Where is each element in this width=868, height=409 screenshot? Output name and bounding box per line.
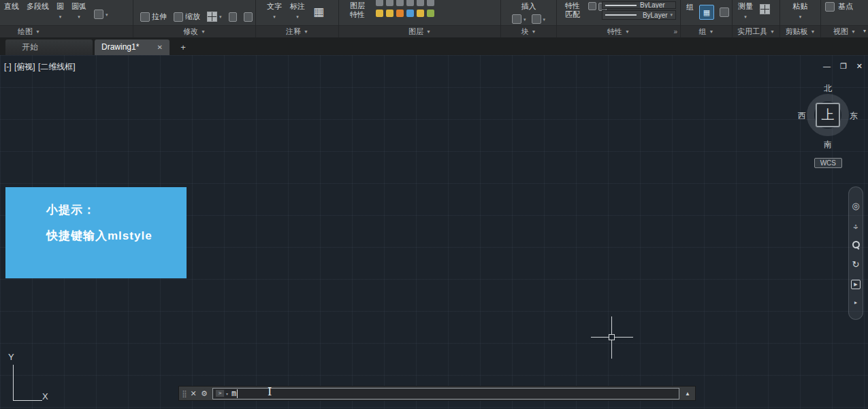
circle-tool-button[interactable]: 圆▾ — [57, 1, 64, 25]
navigation-wheel-icon[interactable]: ◎ — [852, 201, 859, 211]
chevron-down-icon[interactable]: ▾ — [780, 14, 820, 20]
scale-tool-button[interactable]: 缩放 — [174, 12, 200, 22]
restore-icon[interactable]: ❐ — [840, 62, 847, 71]
panel-title-view[interactable]: 视图▼ — [821, 25, 868, 37]
paste-tool-button[interactable]: 粘贴 ▾ — [780, 1, 820, 20]
layer-state-icon[interactable] — [396, 0, 404, 6]
layer-match-icon[interactable] — [427, 10, 434, 17]
layer-thaw-icon[interactable] — [386, 10, 393, 17]
viewcube-top-face[interactable]: 上 — [816, 103, 840, 127]
ribbon-collapse-icon[interactable]: ▾ — [863, 28, 866, 34]
layer-state-icon[interactable] — [406, 0, 414, 6]
chevron-down-icon[interactable]: ▾ — [267, 14, 282, 20]
stretch-tool-button[interactable]: 拉伸 — [140, 12, 167, 22]
ribbon-panel-properties: 特性 匹配 ByLayer ByLayer ▾ — [557, 0, 681, 37]
panel-title-draw[interactable]: 绘图▼ — [0, 25, 133, 37]
match-properties-button[interactable]: 特性 匹配 — [561, 1, 584, 25]
text-tool-button[interactable]: 文字▾ — [267, 1, 282, 25]
viewcube-south[interactable]: 南 — [799, 139, 856, 150]
table-tool-button[interactable]: ▦ — [313, 1, 324, 25]
navbar-more-icon[interactable]: ▸ — [854, 299, 857, 306]
layer-state-icon[interactable] — [417, 0, 424, 6]
tool-label: 组 — [686, 3, 694, 11]
viewcube-east[interactable]: 东 — [850, 110, 858, 122]
showmotion-icon[interactable]: ▶ — [851, 280, 861, 289]
erase-tool-icon[interactable] — [229, 12, 238, 22]
edit-block-button[interactable]: ▾ — [532, 14, 546, 24]
crosshair-pickbox — [609, 334, 615, 340]
zoom-icon[interactable] — [852, 241, 860, 249]
close-tab-icon[interactable]: ✕ — [157, 39, 163, 55]
viewcube-north[interactable]: 北 — [799, 83, 856, 95]
pan-arrow-v: ↕ — [851, 221, 861, 231]
layer-state-icon[interactable] — [427, 0, 434, 6]
draw-tools: 直线 多段线 圆▾ 圆弧▾ ▾ — [0, 0, 133, 25]
panel-title-modify[interactable]: 修改▼ — [133, 25, 255, 37]
chevron-down-icon[interactable]: ▾ — [290, 14, 305, 20]
polyline-tool-button[interactable]: 多段线 — [27, 1, 49, 25]
line-tool-button[interactable]: 直线 — [4, 1, 19, 25]
color-icon[interactable] — [588, 2, 596, 10]
viewport-visual-style-control[interactable]: [二维线框] — [38, 62, 76, 71]
orbit-icon[interactable]: ↻ — [852, 259, 860, 269]
chevron-down-icon[interactable]: ▾ — [219, 14, 222, 20]
chevron-down-icon[interactable]: ▾ — [57, 14, 64, 20]
explode-tool-icon[interactable] — [244, 12, 253, 22]
insert-tool-button[interactable]: 插入 — [501, 1, 556, 12]
command-grip-handle[interactable]: ⣿ — [181, 390, 188, 397]
measure-tool-button[interactable]: 测量▾ — [738, 1, 753, 25]
drawing-canvas[interactable]: [-] [俯视] [二维线框] — ❐ ✕ 北 西 上 东 南 WCS ◎ ↔ … — [0, 55, 868, 409]
wcs-dropdown[interactable]: WCS — [814, 158, 842, 168]
chevron-down-icon[interactable]: ▾ — [738, 14, 753, 20]
group-selected-button[interactable]: ▦ — [699, 5, 714, 20]
dimension-tool-button[interactable]: 标注▾ — [290, 1, 305, 25]
tool-label: 粘贴 — [780, 1, 820, 12]
layer-state-icon[interactable] — [386, 0, 393, 6]
layer-properties-button[interactable]: 图层 特性 — [344, 1, 370, 25]
arc-tool-button[interactable]: 圆弧▾ — [71, 1, 86, 25]
group-tool-button[interactable]: 组 — [686, 1, 694, 12]
viewport-view-control[interactable]: [俯视] — [14, 62, 35, 71]
panel-expander-icon[interactable]: » — [673, 28, 677, 35]
layer-lock-icon[interactable] — [396, 10, 404, 17]
panel-title-properties[interactable]: 特性▼ » — [557, 25, 680, 37]
linetype-dropdown[interactable]: ByLayer — [602, 1, 676, 9]
color-dropdown[interactable]: ByLayer ▾ — [602, 10, 676, 20]
create-block-button[interactable]: ▾ — [512, 14, 526, 24]
pan-icon[interactable]: ↔ ↕ — [851, 221, 861, 231]
panel-title-utilities[interactable]: 实用工具▼ — [733, 25, 779, 37]
layer-state-icon[interactable] — [376, 0, 383, 6]
tool-label: 直线 — [4, 1, 19, 12]
chevron-down-icon[interactable]: ▾ — [226, 391, 228, 396]
panel-title-group[interactable]: 组▼ — [681, 25, 732, 37]
panel-label: 注释 — [286, 27, 301, 37]
chevron-down-icon[interactable]: ▾ — [106, 12, 108, 17]
base-point-button[interactable]: 基点 — [838, 1, 853, 12]
minimize-icon[interactable]: — — [823, 62, 831, 71]
tab-start[interactable]: 开始 — [5, 39, 93, 55]
viewport-minimize-control[interactable]: [-] — [4, 62, 12, 71]
layer-on-icon[interactable] — [376, 10, 383, 17]
new-tab-button[interactable]: + — [178, 42, 189, 53]
panel-title-layers[interactable]: 图层▼ — [339, 25, 500, 37]
layer-isolate-icon[interactable] — [417, 10, 424, 17]
command-close-icon[interactable]: ✕ — [188, 389, 199, 398]
hatch-tool-button[interactable]: ▾ — [94, 1, 108, 25]
array-tool-button[interactable]: ▾ — [207, 12, 222, 22]
panel-label: 特性 — [607, 27, 622, 37]
tool-label: 圆 — [57, 1, 64, 12]
panel-title-annotation[interactable]: 注释▼ — [256, 25, 338, 37]
chevron-down-icon: ▾ — [524, 17, 526, 22]
layer-freeze-icon[interactable] — [406, 10, 414, 17]
close-icon[interactable]: ✕ — [856, 62, 863, 71]
ungroup-icon[interactable] — [720, 7, 729, 17]
command-input[interactable]: > ▾ m — [212, 388, 679, 399]
chevron-down-icon[interactable]: ▾ — [71, 14, 86, 20]
viewcube-west[interactable]: 西 — [798, 110, 806, 122]
customize-wrench-icon[interactable]: ⚙ — [199, 389, 210, 398]
tab-drawing1[interactable]: Drawing1* ✕ — [95, 39, 170, 55]
command-history-expand-icon[interactable]: ▲ — [682, 391, 693, 397]
panel-title-block[interactable]: 块▼ — [501, 25, 556, 37]
panel-title-clipboard[interactable]: 剪贴板▼ — [780, 25, 820, 37]
quick-calc-icon[interactable] — [760, 4, 770, 14]
